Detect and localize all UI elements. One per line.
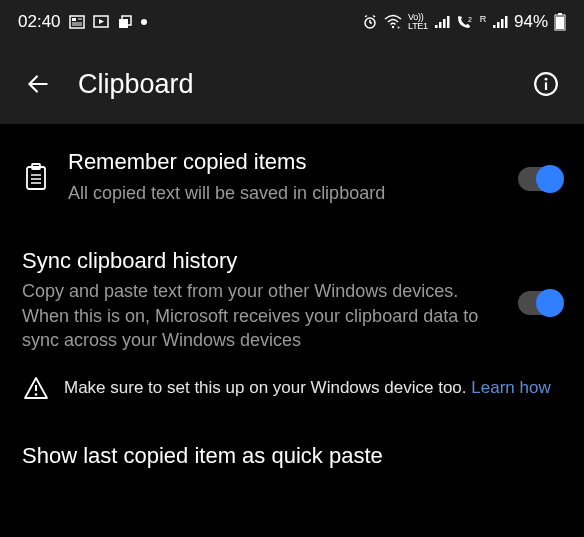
svg-rect-18 (443, 19, 446, 28)
svg-rect-30 (545, 82, 547, 90)
wifi-icon: + (384, 14, 402, 30)
stack-icon (117, 14, 133, 30)
back-button[interactable] (20, 66, 56, 102)
svg-rect-23 (501, 19, 504, 28)
svg-rect-0 (70, 16, 84, 28)
svg-point-14 (392, 26, 394, 28)
svg-rect-17 (439, 22, 442, 28)
volte-text: Vo)) LTE1 (408, 13, 428, 31)
battery-icon (554, 13, 566, 31)
svg-point-29 (545, 78, 548, 81)
svg-rect-24 (505, 16, 508, 28)
sync-title: Sync clipboard history (22, 247, 500, 276)
status-bar: 02:40 + Vo)) LTE1 2 R 94% (0, 0, 584, 44)
dot-icon (141, 19, 147, 25)
setting-sync[interactable]: Sync clipboard history Copy and paste te… (0, 219, 584, 362)
battery-text: 94% (514, 12, 548, 32)
svg-rect-22 (497, 22, 500, 28)
svg-rect-21 (493, 25, 496, 28)
svg-rect-27 (556, 17, 564, 30)
svg-line-12 (365, 16, 367, 18)
info-button[interactable] (528, 66, 564, 102)
svg-rect-37 (35, 385, 37, 391)
signal-icon-1 (434, 15, 450, 29)
status-time: 02:40 (18, 12, 61, 32)
svg-rect-31 (27, 167, 45, 189)
remember-subtitle: All copied text will be saved in clipboa… (68, 181, 500, 205)
page-title: Clipboard (78, 69, 194, 100)
svg-rect-1 (72, 18, 76, 21)
svg-line-13 (373, 16, 375, 18)
learn-how-link[interactable]: Learn how (471, 378, 550, 397)
svg-rect-7 (119, 19, 128, 28)
alarm-icon (362, 14, 378, 30)
sync-warning: Make sure to set this up on your Windows… (0, 362, 584, 420)
svg-marker-6 (99, 19, 104, 24)
signal-icon-2 (492, 15, 508, 29)
play-icon (93, 14, 109, 30)
setting-quickpaste[interactable]: Show last copied item as quick paste (0, 420, 584, 477)
svg-point-38 (35, 394, 38, 397)
svg-rect-16 (435, 25, 438, 28)
warning-text: Make sure to set this up on your Windows… (64, 376, 551, 400)
setting-remember[interactable]: Remember copied items All copied text wi… (0, 124, 584, 219)
remember-title: Remember copied items (68, 148, 500, 177)
app-bar: Clipboard (0, 44, 584, 124)
call-icon: 2 (456, 14, 474, 30)
settings-content: Remember copied items All copied text wi… (0, 124, 584, 497)
sync-toggle[interactable] (518, 291, 562, 315)
r-text: R (480, 14, 486, 24)
svg-text:2: 2 (468, 16, 472, 23)
clipboard-icon (22, 161, 50, 191)
svg-text:+: + (397, 24, 401, 30)
quickpaste-title: Show last copied item as quick paste (22, 442, 562, 471)
sync-subtitle: Copy and paste text from your other Wind… (22, 279, 500, 352)
news-icon (69, 14, 85, 30)
svg-rect-19 (447, 16, 450, 28)
warning-icon (22, 376, 50, 400)
warning-message: Make sure to set this up on your Windows… (64, 378, 471, 397)
remember-toggle[interactable] (518, 167, 562, 191)
